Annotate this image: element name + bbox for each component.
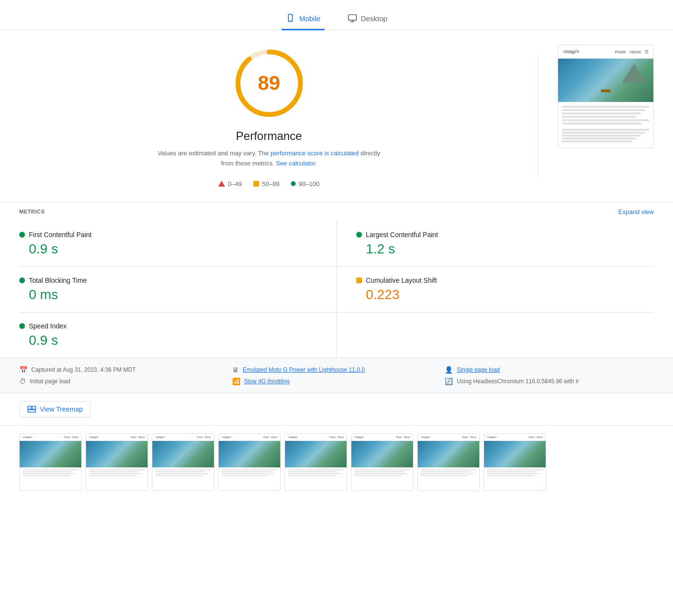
throttling-link[interactable]: Slow 4G throttling: [244, 378, 290, 385]
timer-icon: ⏱: [19, 377, 26, 385]
thumb-image-1: [20, 441, 81, 467]
legend-orange: 50–89: [253, 180, 279, 188]
preview-text-content: [558, 102, 653, 148]
preview-site-name: <nray/>: [563, 49, 579, 54]
perf-score-link[interactable]: performance score is calculated: [271, 150, 359, 157]
square-orange-icon: [253, 181, 259, 187]
triangle-red-icon: [218, 181, 225, 187]
headless-icon: 🔄: [445, 377, 453, 385]
screenshot-thumb-7: <nray/> Posts About: [417, 433, 480, 491]
score-value: 89: [258, 72, 280, 95]
wifi-icon: 📶: [232, 377, 240, 385]
fcp-status-dot: [19, 232, 25, 238]
legend-red: 0–49: [218, 180, 242, 188]
thumb-image-3: [152, 441, 214, 467]
screenshot-thumb-3: <nray/> Posts About: [152, 433, 214, 491]
cls-status-dot: [356, 277, 362, 283]
tab-desktop-label: Desktop: [361, 14, 387, 23]
preview-card: <nray/> Posts About ☰: [558, 45, 654, 148]
treemap-icon: [27, 406, 36, 413]
boat-icon: [601, 89, 611, 92]
circle-green-icon: [291, 181, 296, 186]
preview-nav: Posts About ☰: [615, 50, 648, 54]
metric-tbt: Total Blocking Time 0 ms: [19, 267, 336, 313]
main-content: 89 Performance Values are estimated and …: [0, 30, 673, 202]
info-section: 📅 Captured at Aug 31, 2023, 4:36 PM MDT …: [0, 358, 673, 393]
cls-value: 0.223: [366, 287, 644, 302]
performance-title: Performance: [236, 129, 302, 143]
screenshot-thumb-6: <nray/> Posts About: [351, 433, 413, 491]
treemap-section: View Treemap: [0, 393, 673, 426]
metrics-header-row: METRICS Expand view: [0, 202, 673, 221]
tbt-status-dot: [19, 277, 25, 283]
score-legend: 0–49 50–89 90–100: [218, 180, 319, 188]
tab-desktop[interactable]: Desktop: [344, 8, 391, 30]
metrics-grid: First Contentful Paint 0.9 s Largest Con…: [0, 221, 673, 358]
svg-rect-6: [32, 406, 36, 409]
si-status-dot: [19, 323, 25, 329]
metric-cls: Cumulative Layout Shift 0.223: [336, 267, 654, 313]
preview-section: <nray/> Posts About ☰: [558, 45, 654, 148]
thumb-image-5: [285, 441, 347, 467]
emulated-device-link[interactable]: Emulated Moto G Power with Lighthouse 11…: [243, 366, 365, 373]
thumb-image-6: [351, 441, 413, 467]
tbt-value: 0 ms: [29, 287, 327, 302]
preview-header: <nray/> Posts About ☰: [558, 45, 653, 59]
info-headless: 🔄 Using HeadlessChromium 116.0.5845.96 w…: [445, 377, 654, 385]
metrics-label: METRICS: [19, 209, 45, 214]
lcp-status-dot: [356, 232, 362, 238]
lcp-value: 1.2 s: [366, 241, 644, 257]
metric-empty: [336, 313, 654, 358]
preview-nav-about: About: [629, 50, 641, 54]
info-initial-load: ⏱ Initial page load: [19, 377, 228, 385]
score-circle: 89: [231, 45, 308, 122]
svg-rect-7: [28, 410, 36, 412]
mountain-icon: [622, 63, 646, 83]
svg-rect-5: [28, 406, 31, 409]
screenshot-thumb-5: <nray/> Posts About: [285, 433, 347, 491]
svg-point-1: [290, 20, 291, 21]
lcp-label: Largest Contentful Paint: [366, 231, 438, 239]
view-treemap-button[interactable]: View Treemap: [19, 401, 91, 417]
score-section: 89 Performance Values are estimated and …: [19, 45, 519, 188]
info-throttling: 📶 Slow 4G throttling: [232, 377, 441, 385]
info-single-page: 👤 Single page load: [445, 366, 654, 374]
perf-description: Values are estimated and may vary. The p…: [154, 149, 385, 169]
tab-mobile[interactable]: Mobile: [282, 8, 324, 30]
calendar-icon: 📅: [19, 366, 27, 374]
mobile-icon: [286, 13, 295, 23]
device-icon: 🖥: [232, 366, 239, 374]
fcp-label: First Contentful Paint: [29, 231, 92, 239]
screenshot-thumb-4: <nray/> Posts About: [218, 433, 281, 491]
svg-rect-2: [348, 15, 356, 21]
vertical-divider: [538, 54, 538, 178]
metric-fcp: First Contentful Paint 0.9 s: [19, 221, 336, 267]
fcp-value: 0.9 s: [29, 241, 327, 257]
thumb-image-7: [418, 441, 479, 467]
thumb-image-8: [484, 441, 546, 467]
preview-image: [558, 59, 653, 102]
metric-si: Speed Index 0.9 s: [19, 313, 336, 358]
cls-label: Cumulative Layout Shift: [366, 277, 437, 284]
preview-nav-icon: ☰: [645, 50, 648, 54]
single-page-link[interactable]: Single page load: [457, 366, 499, 373]
si-value: 0.9 s: [29, 333, 327, 348]
treemap-button-label: View Treemap: [40, 405, 83, 413]
tbt-label: Total Blocking Time: [29, 277, 87, 284]
screenshot-thumb-1: <nray/> Posts About: [19, 433, 82, 491]
screenshot-thumb-2: <nray/> Posts About: [86, 433, 148, 491]
tab-mobile-label: Mobile: [299, 14, 320, 23]
si-label: Speed Index: [29, 322, 67, 330]
calculator-link[interactable]: See calculator.: [276, 160, 317, 167]
screenshots-row: <nray/> Posts About <nray/> Posts About: [0, 426, 673, 499]
info-device: 🖥 Emulated Moto G Power with Lighthouse …: [232, 366, 441, 374]
preview-nav-posts: Posts: [615, 50, 626, 54]
desktop-icon: [348, 13, 357, 23]
tabs-container: Mobile Desktop: [0, 0, 673, 30]
info-captured: 📅 Captured at Aug 31, 2023, 4:36 PM MDT: [19, 366, 228, 374]
metric-lcp: Largest Contentful Paint 1.2 s: [336, 221, 654, 267]
expand-view-button[interactable]: Expand view: [618, 208, 654, 215]
legend-green: 90–100: [291, 180, 319, 188]
screenshot-thumb-8: <nray/> Posts About: [484, 433, 546, 491]
page-icon: 👤: [445, 366, 453, 374]
